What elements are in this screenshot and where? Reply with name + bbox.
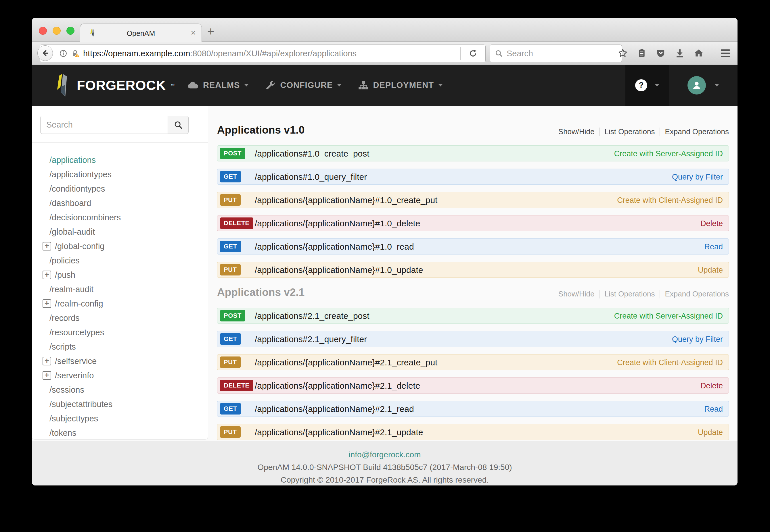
section-title: Applications v1.0 [217, 124, 553, 136]
api-operation-row[interactable]: POST /applications#1.0_create_post Creat… [217, 145, 729, 161]
expand-plus-icon[interactable]: + [43, 371, 51, 380]
nav-item-realms[interactable]: REALMS [187, 80, 249, 90]
http-method-badge: POST [220, 310, 245, 321]
help-menu[interactable]: ? [625, 65, 669, 106]
operations-toggle-link[interactable]: Show/Hide [553, 290, 600, 298]
forgerock-brand[interactable]: FORGEROCK™ [54, 65, 175, 106]
browser-titlebar: OpenAM × + [32, 18, 738, 42]
sidebar-search-button[interactable] [167, 116, 188, 134]
sidebar-endpoint-item[interactable]: /subjecttypes [32, 411, 208, 426]
operation-path: /applications#2.1_create_post [255, 308, 369, 324]
close-tab-icon[interactable]: × [190, 28, 196, 38]
sidebar-endpoint-item[interactable]: + /push [32, 268, 208, 282]
operation-path: /applications/{applicationName}#2.1_dele… [255, 378, 420, 394]
api-operation-row[interactable]: GET /applications/{applicationName}#1.0_… [217, 238, 729, 255]
operations-toggle-link[interactable]: Expand Operations [660, 290, 729, 298]
download-icon[interactable] [674, 48, 686, 58]
operation-action-link[interactable]: Create with Server-Assigned ID [614, 146, 723, 162]
menu-hamburger-icon[interactable] [720, 49, 731, 57]
expand-plus-icon[interactable]: + [43, 357, 51, 365]
nav-item-configure[interactable]: CONFIGURE [265, 80, 342, 90]
api-explorer-main: Applications v1.0 Show/HideList Operatio… [217, 106, 729, 441]
operation-action-link[interactable]: Delete [700, 215, 723, 232]
url-text[interactable]: https://openam.example.com:8080/openam/X… [83, 49, 460, 58]
nav-item-deployment[interactable]: DEPLOYMENT [358, 80, 442, 90]
endpoint-label: /serverinfo [55, 371, 94, 380]
sidebar-endpoint-item[interactable]: + /realm-config [32, 296, 208, 311]
expand-plus-icon[interactable]: + [43, 242, 51, 250]
operations-toggle-link[interactable]: List Operations [600, 290, 660, 298]
endpoint-label: /resourcetypes [49, 328, 104, 337]
operations-toggle-link[interactable]: Show/Hide [553, 127, 600, 136]
browser-toolbar: https://openam.example.com:8080/openam/X… [32, 42, 738, 65]
insecure-lock-warning-icon[interactable] [70, 49, 80, 58]
user-menu[interactable] [669, 65, 738, 106]
sidebar-endpoint-item[interactable]: /dashboard [32, 196, 208, 210]
api-operation-row[interactable]: GET /applications/{applicationName}#2.1_… [217, 401, 729, 417]
operation-action-link[interactable]: Delete [700, 378, 723, 394]
sidebar-endpoint-item[interactable]: /resourcetypes [32, 325, 208, 340]
sidebar-endpoint-item[interactable]: /applications [32, 153, 208, 167]
sidebar-endpoint-item[interactable]: /sessions [32, 383, 208, 397]
api-operation-row[interactable]: PUT /applications/{applicationName}#1.0_… [217, 192, 729, 208]
back-button[interactable] [37, 45, 53, 61]
sidebar-endpoint-item[interactable]: /records [32, 311, 208, 325]
sidebar-endpoint-item[interactable]: /tokens [32, 426, 208, 440]
close-window-button[interactable] [39, 27, 47, 35]
operation-action-link[interactable]: Create with Client-Assigned ID [617, 192, 723, 208]
browser-search-input[interactable] [507, 49, 617, 58]
http-method-badge: DELETE [220, 217, 253, 229]
operation-action-link[interactable]: Query by Filter [672, 169, 723, 185]
minimize-window-button[interactable] [53, 27, 61, 35]
operation-action-link[interactable]: Query by Filter [672, 331, 723, 347]
api-version-section: Applications v2.1 Show/HideList Operatio… [217, 286, 729, 440]
page-info-icon[interactable] [59, 49, 68, 58]
operation-action-link[interactable]: Read [704, 239, 723, 255]
operation-action-link[interactable]: Create with Server-Assigned ID [614, 308, 723, 324]
operations-toggle-link[interactable]: Expand Operations [660, 127, 729, 136]
browser-search-box[interactable] [490, 45, 622, 62]
operation-path: /applications/{applicationName}#2.1_read [255, 401, 414, 417]
api-operation-row[interactable]: DELETE /applications/{applicationName}#2… [217, 377, 729, 394]
sidebar-endpoint-item[interactable]: /decisioncombiners [32, 210, 208, 225]
sidebar-endpoint-item[interactable]: + /selfservice [32, 354, 208, 368]
sidebar-endpoint-item[interactable]: /applicationtypes [32, 167, 208, 182]
api-operation-row[interactable]: GET /applications#2.1_query_filter Query… [217, 331, 729, 347]
api-operation-row[interactable]: DELETE /applications/{applicationName}#1… [217, 215, 729, 231]
pocket-icon[interactable] [655, 48, 667, 58]
new-tab-button[interactable]: + [205, 25, 217, 38]
zoom-window-button[interactable] [66, 27, 74, 35]
sidebar-endpoint-item[interactable]: /conditiontypes [32, 182, 208, 196]
operations-toggle-link[interactable]: List Operations [600, 127, 660, 136]
api-operation-row[interactable]: PUT /applications/{applicationName}#2.1_… [217, 424, 729, 440]
operation-action-link[interactable]: Update [698, 424, 723, 440]
sidebar-endpoint-item[interactable]: /policies [32, 253, 208, 268]
api-operation-row[interactable]: GET /applications#1.0_query_filter Query… [217, 169, 729, 185]
bookmark-star-icon[interactable] [617, 48, 629, 58]
operation-action-link[interactable]: Read [704, 401, 723, 417]
bookmarks-list-icon[interactable] [636, 48, 648, 58]
reload-button[interactable] [461, 49, 485, 58]
operation-action-link[interactable]: Update [698, 262, 723, 278]
operation-action-link[interactable]: Create with Client-Assigned ID [617, 354, 723, 371]
browser-tab-openam[interactable]: OpenAM × [80, 24, 202, 42]
sidebar-search-input[interactable] [40, 116, 167, 134]
sidebar-endpoint-item[interactable]: /subjectattributes [32, 397, 208, 411]
expand-plus-icon[interactable]: + [43, 299, 51, 308]
endpoint-label: /realm-audit [49, 285, 93, 294]
operation-path: /applications/{applicationName}#1.0_dele… [255, 215, 420, 232]
sidebar-endpoint-item[interactable]: /scripts [32, 340, 208, 354]
footer-copyright: Copyright © 2010-2017 ForgeRock AS. All … [32, 474, 738, 485]
api-operation-row[interactable]: POST /applications#2.1_create_post Creat… [217, 308, 729, 324]
expand-plus-icon[interactable]: + [43, 271, 51, 279]
sidebar-endpoint-item[interactable]: + /serverinfo [32, 368, 208, 383]
sidebar-endpoint-item[interactable]: + /global-config [32, 239, 208, 253]
api-operation-row[interactable]: PUT /applications/{applicationName}#2.1_… [217, 354, 729, 370]
sidebar-endpoint-item[interactable]: /realm-audit [32, 282, 208, 296]
sidebar-endpoint-item[interactable]: /global-audit [32, 225, 208, 239]
footer-email-link[interactable]: info@forgerock.com [32, 448, 738, 461]
section-title: Applications v2.1 [217, 286, 553, 298]
api-operation-row[interactable]: PUT /applications/{applicationName}#1.0_… [217, 262, 729, 278]
home-icon[interactable] [693, 48, 705, 58]
url-bar[interactable]: https://openam.example.com:8080/openam/X… [40, 45, 486, 62]
